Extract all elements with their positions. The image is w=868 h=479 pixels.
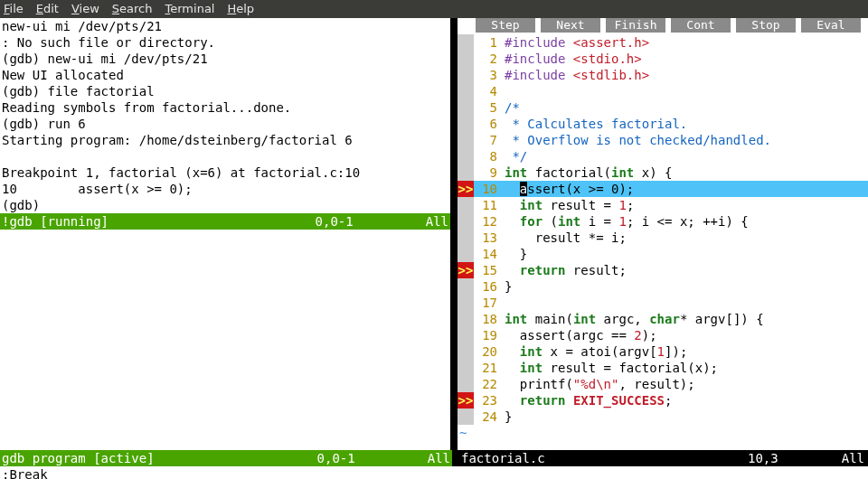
sign-column[interactable] <box>458 327 474 343</box>
gdb-line: Reading symbols from factorial...done. <box>0 99 450 116</box>
sign-column[interactable] <box>458 278 474 295</box>
code-text: int main(int argc, char* argv[]) { <box>503 311 868 327</box>
debug-cont-button[interactable]: Cont <box>671 18 731 33</box>
code-text: } <box>503 278 868 295</box>
code-line[interactable]: 20 int x = atoi(argv[1]); <box>458 343 868 360</box>
sign-column[interactable] <box>458 376 474 392</box>
code-line[interactable]: 19 assert(argc == 2); <box>458 327 868 343</box>
gdb-program-pane[interactable] <box>0 230 450 450</box>
end-of-buffer-tilde: ~ <box>458 426 467 440</box>
breakpoint-marker[interactable]: >> <box>458 181 474 197</box>
code-text: printf("%d\n", result); <box>503 376 868 392</box>
debug-eval-button[interactable]: Eval <box>801 18 861 33</box>
code-line[interactable]: 6 * Calculates factorial. <box>458 116 868 132</box>
status-left: !gdb [running] <box>2 213 108 230</box>
code-line[interactable]: 4 <box>458 83 868 99</box>
gdb-line: Breakpoint 1, factorial (x=6) at factori… <box>0 164 450 181</box>
sign-column[interactable] <box>458 230 474 246</box>
code-text: int result = 1; <box>503 197 868 213</box>
status-gdb-program: gdb program [active] 0,0-1All <box>0 450 452 466</box>
sign-column[interactable] <box>458 197 474 213</box>
code-text <box>503 295 868 311</box>
code-line[interactable]: 8 */ <box>458 148 868 164</box>
code-text: for (int i = 1; i <= x; ++i) { <box>503 213 868 230</box>
sign-column[interactable] <box>458 213 474 230</box>
code-text: assert(argc == 2); <box>503 327 868 343</box>
command-line[interactable]: :Break <box>0 466 868 479</box>
code-text: #include <assert.h> <box>503 34 868 51</box>
menu-view[interactable]: View <box>71 2 99 15</box>
sign-column[interactable] <box>458 99 474 116</box>
menu-edit[interactable]: Edit <box>36 2 59 15</box>
code-text: } <box>503 409 868 425</box>
sign-column[interactable] <box>458 34 474 51</box>
gdb-line: New UI allocated <box>0 67 450 83</box>
code-line[interactable]: 9int factorial(int x) { <box>458 164 868 181</box>
code-line[interactable]: 11 int result = 1; <box>458 197 868 213</box>
code-line[interactable]: 24} <box>458 409 868 425</box>
debug-finish-button[interactable]: Finish <box>606 18 665 33</box>
code-line[interactable]: 2#include <stdio.h> <box>458 51 868 67</box>
code-line[interactable]: 13 result *= i; <box>458 230 868 246</box>
code-line[interactable]: 21 int result = factorial(x); <box>458 360 868 376</box>
gdb-line: : No such file or directory. <box>0 34 450 51</box>
line-number: 21 <box>474 360 503 376</box>
sign-column[interactable] <box>458 311 474 327</box>
sign-column[interactable] <box>458 360 474 376</box>
sign-column[interactable] <box>458 246 474 262</box>
code-line[interactable]: >>23 return EXIT_SUCCESS; <box>458 392 868 409</box>
sign-column[interactable] <box>458 83 474 99</box>
line-number: 16 <box>474 278 503 295</box>
code-line[interactable]: 16} <box>458 278 868 295</box>
sign-column[interactable] <box>458 51 474 67</box>
breakpoint-marker[interactable]: >> <box>458 392 474 409</box>
line-number: 1 <box>474 34 503 51</box>
menu-file[interactable]: File <box>4 2 24 15</box>
code-text: /* <box>503 99 868 116</box>
breakpoint-marker[interactable]: >> <box>458 262 474 278</box>
debug-step-button[interactable]: Step <box>476 18 535 33</box>
code-line[interactable]: 22 printf("%d\n", result); <box>458 376 868 392</box>
debug-stop-button[interactable]: Stop <box>736 18 796 33</box>
line-number: 23 <box>474 392 503 409</box>
gdb-line: 10 assert(x >= 0); <box>0 181 450 197</box>
sign-column[interactable] <box>458 164 474 181</box>
code-line[interactable]: 1#include <assert.h> <box>458 34 868 51</box>
sign-column[interactable] <box>458 409 474 425</box>
code-line[interactable]: >>10 assert(x >= 0); <box>458 181 868 197</box>
code-text: int factorial(int x) { <box>503 164 868 181</box>
line-number: 11 <box>474 197 503 213</box>
sign-column[interactable] <box>458 132 474 148</box>
code-line[interactable]: 17 <box>458 295 868 311</box>
code-line[interactable]: 5/* <box>458 99 868 116</box>
menu-search[interactable]: Search <box>112 2 153 15</box>
code-pane[interactable]: 1#include <assert.h>2#include <stdio.h>3… <box>458 34 868 450</box>
sign-column[interactable] <box>458 148 474 164</box>
status-pos: 0,0-1 <box>316 214 354 229</box>
menu-terminal[interactable]: Terminal <box>165 2 215 15</box>
line-number: 19 <box>474 327 503 343</box>
code-line[interactable]: 12 for (int i = 1; i <= x; ++i) { <box>458 213 868 230</box>
line-number: 10 <box>474 181 503 197</box>
gdb-line: (gdb) <box>0 197 450 213</box>
sign-column[interactable] <box>458 116 474 132</box>
line-number: 15 <box>474 262 503 278</box>
line-number: 14 <box>474 246 503 262</box>
menubar[interactable]: FileEditViewSearchTerminalHelp <box>0 0 868 18</box>
line-number: 13 <box>474 230 503 246</box>
sign-column[interactable] <box>458 67 474 83</box>
menu-help[interactable]: Help <box>227 2 254 15</box>
sign-column[interactable] <box>458 295 474 311</box>
code-line[interactable]: 14 } <box>458 246 868 262</box>
gdb-output-pane[interactable]: new-ui mi /dev/pts/21: No such file or d… <box>0 18 450 213</box>
line-number: 7 <box>474 132 503 148</box>
line-number: 9 <box>474 164 503 181</box>
code-text: int result = factorial(x); <box>503 360 868 376</box>
sign-column[interactable] <box>458 343 474 360</box>
debug-next-button[interactable]: Next <box>541 18 600 33</box>
code-line[interactable]: 18int main(int argc, char* argv[]) { <box>458 311 868 327</box>
gdb-line <box>0 148 450 164</box>
code-line[interactable]: 3#include <stdlib.h> <box>458 67 868 83</box>
code-line[interactable]: >>15 return result; <box>458 262 868 278</box>
code-line[interactable]: 7 * Overflow is not checked/handled. <box>458 132 868 148</box>
